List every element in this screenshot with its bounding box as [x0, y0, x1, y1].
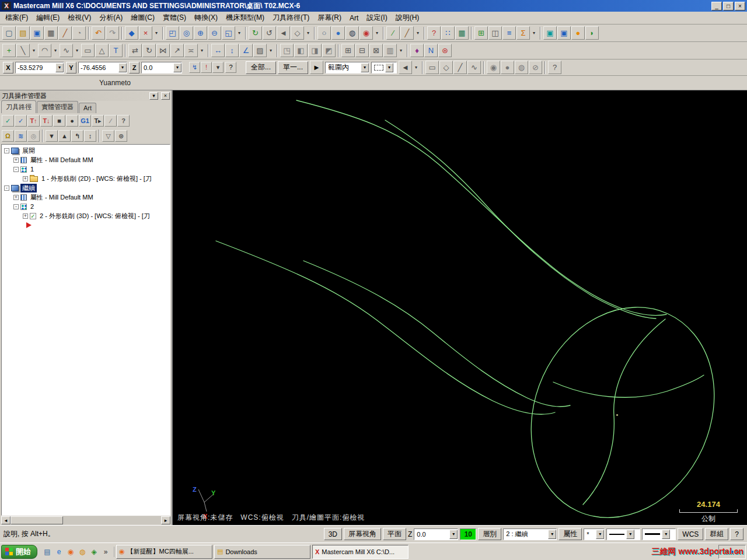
- run-addin-icon[interactable]: ♦: [410, 44, 424, 57]
- dynamic-rotate-icon[interactable]: ↺: [263, 26, 276, 40]
- range-mode-select[interactable]: 範圍內 ▾: [325, 62, 369, 74]
- surface-create-icon[interactable]: ◩: [322, 44, 336, 57]
- tree-expander-icon[interactable]: -: [13, 204, 19, 209]
- tray-icon-1[interactable]: ▪: [725, 547, 728, 557]
- toolpath-down-icon[interactable]: T↓: [40, 115, 53, 127]
- ops-help-icon[interactable]: ?: [117, 115, 130, 127]
- menu-item[interactable]: 設定(I): [362, 11, 391, 24]
- tree-row-machine-group-1[interactable]: - 展開: [2, 146, 170, 155]
- x-coordinate-input[interactable]: -53.5279 ▾: [15, 62, 64, 74]
- previous-view-icon[interactable]: ◄: [277, 26, 290, 40]
- tree-label[interactable]: 1 - 外形銑削 (2D) - [WCS: 俯檢視] - [刀: [40, 174, 153, 183]
- create-arc-icon[interactable]: ◠: [38, 44, 51, 57]
- shading-dropdown-icon[interactable]: ▾: [374, 26, 381, 40]
- zoom-window-icon[interactable]: ◰: [166, 26, 179, 40]
- menu-item[interactable]: 刀具路徑(T): [268, 11, 313, 24]
- restore-button[interactable]: □: [723, 2, 734, 10]
- control-def-icon[interactable]: ⊟: [355, 44, 369, 57]
- attributes-button[interactable]: 屬性: [558, 528, 582, 540]
- tray-icon-3[interactable]: ▪: [736, 547, 739, 557]
- zoom-fit-icon[interactable]: ◱: [222, 26, 235, 40]
- select-dropdown-icon[interactable]: ▾: [413, 61, 420, 74]
- shaded-display-icon[interactable]: ●: [331, 26, 345, 40]
- panel-tab[interactable]: 刀具路徑: [1, 100, 36, 113]
- tree-label[interactable]: 2 - 外形銑削 (3D) - [WCS: 俯檢視] - [刀: [38, 212, 152, 220]
- firefox-icon[interactable]: ◉: [65, 547, 76, 557]
- xform-dropdown-icon[interactable]: ▾: [198, 44, 205, 57]
- select-edge-icon[interactable]: ◍: [515, 61, 528, 74]
- menu-item[interactable]: 實體(S): [159, 11, 190, 24]
- line-dropdown-icon[interactable]: ▾: [30, 44, 37, 57]
- select-window-icon[interactable]: ▭: [425, 61, 439, 74]
- toolpath-dropdown-icon[interactable]: ▾: [397, 44, 404, 57]
- grid-snap-icon[interactable]: ∷: [441, 26, 455, 40]
- levels-icon[interactable]: ≡: [502, 26, 516, 40]
- solid-boolean-icon[interactable]: ◧: [294, 44, 308, 57]
- selection-arrow-icon[interactable]: ►: [310, 61, 323, 74]
- wireframe-far-lip[interactable]: [553, 375, 704, 397]
- create-rectangle-icon[interactable]: ▭: [81, 44, 95, 57]
- toggle-post-icon[interactable]: ◎: [27, 130, 40, 142]
- print-icon[interactable]: ▦: [44, 26, 58, 40]
- materials-icon[interactable]: ◉: [359, 26, 373, 40]
- solid-extrude-icon[interactable]: ◳: [280, 44, 294, 57]
- selection-grid-icon[interactable]: ▦: [455, 26, 469, 40]
- hatch-icon[interactable]: ▨: [253, 44, 267, 57]
- z-coordinate-button[interactable]: Z: [129, 62, 139, 74]
- note-icon[interactable]: ╱: [400, 26, 414, 40]
- dim-dropdown-icon[interactable]: ▾: [267, 44, 274, 57]
- panel-horizontal-scrollbar[interactable]: ◂ ▸: [0, 516, 172, 525]
- move-insert-up-icon[interactable]: ▲: [58, 130, 71, 142]
- z-coordinate-input[interactable]: 0.0 ▾: [141, 62, 182, 74]
- menu-item[interactable]: 檔案(F): [1, 11, 32, 24]
- panel-tab[interactable]: 實體管理器: [37, 101, 78, 113]
- isometric-view-icon[interactable]: ◇: [291, 26, 304, 40]
- menu-item[interactable]: 說明(H): [392, 11, 424, 24]
- dim-horizontal-icon[interactable]: ↔: [211, 44, 225, 57]
- wireframe-display-icon[interactable]: ○: [317, 26, 331, 40]
- verify-solid-icon[interactable]: ▣: [557, 26, 571, 40]
- line-style-dropdown-icon[interactable]: ▾: [626, 530, 634, 539]
- tree-row-machine-group-2[interactable]: - 繼續: [2, 183, 170, 192]
- menu-item[interactable]: Art: [345, 12, 362, 24]
- tree-expander-icon[interactable]: -: [4, 186, 9, 191]
- menu-item[interactable]: 轉換(X): [190, 11, 222, 24]
- panel-tab[interactable]: Art: [79, 103, 96, 113]
- wcs-button[interactable]: WCS: [678, 528, 703, 540]
- scrollbar-thumb[interactable]: [11, 516, 63, 524]
- stock-setup-icon[interactable]: ▥: [383, 44, 397, 57]
- xform-rotate-icon[interactable]: ↻: [142, 44, 156, 57]
- post-g1-icon[interactable]: G1: [79, 115, 91, 127]
- create-spline-icon[interactable]: ∿: [60, 44, 73, 57]
- z-depth-select[interactable]: 0.0 ▾: [414, 528, 458, 540]
- 3d-mode-button[interactable]: 3D: [324, 528, 342, 540]
- group-button[interactable]: 群組: [705, 528, 728, 540]
- xform-offset-icon[interactable]: ≍: [184, 44, 198, 57]
- tree-expander-icon[interactable]: +: [13, 158, 19, 163]
- minimize-button[interactable]: _: [711, 2, 722, 10]
- y-history-dropdown-icon[interactable]: ▾: [118, 63, 127, 72]
- level-dropdown-icon[interactable]: ▾: [548, 530, 556, 539]
- save-icon[interactable]: ▣: [30, 26, 44, 40]
- net-community-icon[interactable]: N: [424, 44, 438, 57]
- autocursor-dropdown-icon[interactable]: ▾: [212, 62, 224, 73]
- select-solid-body-icon[interactable]: ●: [501, 61, 514, 74]
- select-single-entity-icon[interactable]: ╱: [453, 61, 467, 74]
- clear-selection-icon[interactable]: ⊘: [529, 61, 542, 74]
- dim-angle-icon[interactable]: ∠: [239, 44, 253, 57]
- close-button[interactable]: ×: [735, 2, 745, 10]
- start-button[interactable]: 開始: [1, 545, 37, 559]
- delete-dropdown-icon[interactable]: ▾: [153, 26, 160, 40]
- create-text-icon[interactable]: T: [109, 44, 123, 57]
- view-dropdown-icon[interactable]: ▾: [305, 26, 312, 40]
- apply-icon[interactable]: !: [201, 62, 212, 73]
- analyze-icon[interactable]: ◆: [125, 26, 138, 40]
- menu-item[interactable]: 機床類型(M): [222, 11, 268, 24]
- x-history-dropdown-icon[interactable]: ▾: [55, 63, 64, 72]
- backplot-icon[interactable]: ■: [53, 115, 65, 127]
- y-coordinate-input[interactable]: -76.4556 ▾: [78, 62, 127, 74]
- wireframe-inner-lip[interactable]: [583, 319, 665, 505]
- run-toolpath-icon[interactable]: T▸: [92, 115, 104, 127]
- z-depth-dropdown-icon[interactable]: ▾: [449, 530, 458, 539]
- tree-expander-icon[interactable]: -: [4, 148, 9, 153]
